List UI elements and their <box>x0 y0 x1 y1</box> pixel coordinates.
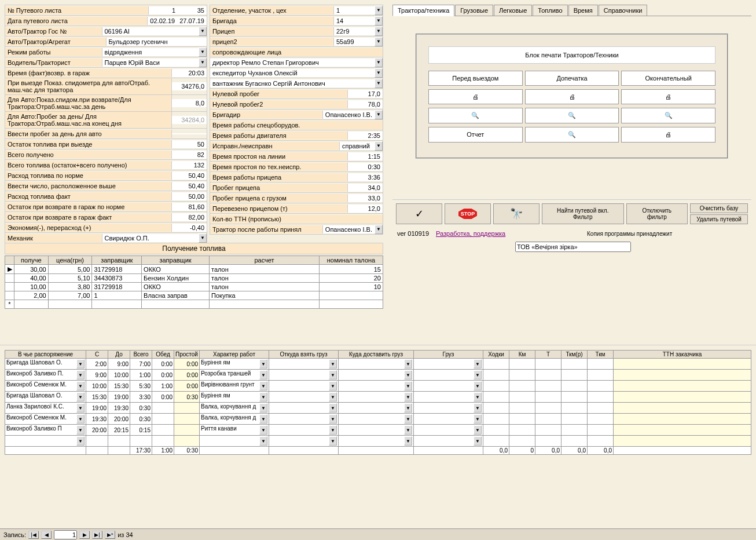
mechanic-value[interactable]: Свиридюк О.П. <box>102 234 199 242</box>
state-time-[interactable]: 3:36 <box>348 173 383 181</box>
print-extra-btn[interactable]: 🖨 <box>525 89 619 104</box>
fuel-fact-value[interactable]: 50,00 <box>172 192 207 200</box>
escort-3[interactable]: вантажник Бугаєнко Сергій Антонович <box>210 79 375 87</box>
dropdown-icon[interactable]: ▼ <box>474 436 482 446</box>
waybill-no-2[interactable]: 35 <box>178 6 207 14</box>
record-pos[interactable] <box>54 530 77 539</box>
dropdown-icon[interactable]: ▼ <box>474 381 482 391</box>
trailer-run-load-value[interactable]: 33,0 <box>348 194 383 202</box>
dropdown-icon[interactable]: ▼ <box>474 359 482 368</box>
dropdown-icon[interactable]: ▼ <box>329 425 337 435</box>
dropdown-icon[interactable]: ▼ <box>375 58 383 67</box>
tab-refs[interactable]: Справочники <box>599 5 648 16</box>
delete-waybill-button[interactable]: Удалить путевой <box>690 214 748 224</box>
report-preview-btn[interactable]: 🔍 <box>525 127 619 143</box>
enter-above-value[interactable]: 50,40 <box>172 182 207 190</box>
return-time-value[interactable]: 20:03 <box>172 69 207 77</box>
dropdown-icon[interactable]: ▼ <box>76 359 85 368</box>
dropdown-icon[interactable]: ▼ <box>329 392 337 402</box>
dropdown-icon[interactable]: ▼ <box>474 414 482 424</box>
dropdown-icon[interactable]: ▼ <box>329 359 337 368</box>
tab-cars[interactable]: Легковые <box>494 5 532 16</box>
dropdown-icon[interactable]: ▼ <box>404 436 412 446</box>
dropdown-icon[interactable]: ▼ <box>474 370 482 380</box>
odo-out-value[interactable]: 34276,0 <box>172 82 207 90</box>
dropdown-icon[interactable]: ▼ <box>375 68 383 78</box>
dropdown-icon[interactable]: ▼ <box>404 414 412 424</box>
dropdown-icon[interactable]: ▼ <box>259 381 267 391</box>
dropdown-icon[interactable]: ▼ <box>375 110 383 119</box>
dropdown-icon[interactable]: ▼ <box>199 48 207 57</box>
dropdown-icon[interactable]: ▼ <box>375 225 383 234</box>
zero-run-value[interactable]: 17,0 <box>348 90 383 98</box>
dropdown-icon[interactable]: ▼ <box>375 79 383 88</box>
condition-value[interactable]: справний <box>340 142 375 150</box>
brigadir-value[interactable]: Опанасенко І.В. <box>323 111 375 119</box>
received-by-value[interactable]: Опанасенко І.В. <box>323 225 375 233</box>
stop-button[interactable]: STOP <box>445 203 491 224</box>
dropdown-icon[interactable]: ▼ <box>404 425 412 435</box>
preview-before-btn[interactable]: 🔍 <box>428 108 523 123</box>
print-before-btn[interactable]: 🖨 <box>428 89 523 104</box>
dropdown-icon[interactable]: ▼ <box>76 436 85 446</box>
dropdown-icon[interactable]: ▼ <box>474 403 482 413</box>
clear-db-button[interactable]: Очистить базу <box>690 203 748 213</box>
dropdown-icon[interactable]: ▼ <box>329 436 337 446</box>
dropdown-icon[interactable]: ▼ <box>375 27 383 36</box>
nav-new[interactable]: ▶* <box>105 531 115 539</box>
waybill-no-1[interactable]: 1 <box>149 6 178 14</box>
dropdown-icon[interactable]: ▼ <box>76 414 85 424</box>
dropdown-icon[interactable]: ▼ <box>404 370 412 380</box>
dropdown-icon[interactable]: ▼ <box>199 233 207 243</box>
dropdown-icon[interactable]: ▼ <box>199 27 207 36</box>
dropdown-icon[interactable]: ▼ <box>404 392 412 402</box>
dropdown-icon[interactable]: ▼ <box>76 392 85 402</box>
preview-extra-btn[interactable]: 🔍 <box>525 108 619 123</box>
disable-filter-button[interactable]: Отключить фильтр <box>626 203 688 224</box>
fuel-recv-value[interactable]: 82 <box>172 151 207 159</box>
dropdown-icon[interactable]: ▼ <box>76 370 85 380</box>
tab-time[interactable]: Время <box>568 5 598 16</box>
nav-first[interactable]: |◀ <box>28 531 39 539</box>
dropdown-icon[interactable]: ▼ <box>259 403 267 413</box>
dropdown-icon[interactable]: ▼ <box>259 436 267 446</box>
dropdown-icon[interactable]: ▼ <box>329 403 337 413</box>
dropdown-icon[interactable]: ▼ <box>329 370 337 380</box>
mode-value[interactable]: відрядження <box>102 48 199 56</box>
dropdown-icon[interactable]: ▼ <box>259 359 267 368</box>
gosno-value[interactable]: 06196 AI <box>102 27 199 35</box>
dropdown-icon[interactable]: ▼ <box>404 403 412 413</box>
nav-last[interactable]: ▶| <box>92 531 102 539</box>
ok-button[interactable]: ✓ <box>396 203 442 224</box>
find-waybill-button[interactable]: Найти путевой вкл. Фильтр <box>542 203 624 224</box>
tab-tractors[interactable]: Трактора/техника <box>392 5 454 16</box>
dropdown-icon[interactable]: ▼ <box>76 381 85 391</box>
dept-value[interactable]: 1 <box>334 6 375 14</box>
idle-tech-value[interactable]: 0:30 <box>348 163 383 171</box>
date-2[interactable]: 27.07.19 <box>177 17 207 25</box>
trailer-tons-value[interactable]: 12,0 <box>348 205 383 213</box>
trailer-run-value[interactable]: 34,0 <box>348 184 383 192</box>
dropdown-icon[interactable]: ▼ <box>259 392 267 402</box>
tab-trucks[interactable]: Грузовые <box>455 5 493 16</box>
trailer2-value[interactable]: 55а99 <box>334 38 375 46</box>
enter-run-value[interactable] <box>172 133 207 134</box>
report-print-btn[interactable]: 🖨 <box>621 127 715 143</box>
dropdown-icon[interactable]: ▼ <box>199 58 207 67</box>
dropdown-icon[interactable]: ▼ <box>375 16 383 25</box>
dropdown-icon[interactable]: ▼ <box>375 6 383 15</box>
driver-value[interactable]: Парцев Юрій Васи <box>102 59 199 67</box>
escort-1[interactable]: директор Ремло Степан Григорович <box>210 59 375 67</box>
dropdown-icon[interactable]: ▼ <box>329 414 337 424</box>
dropdown-icon[interactable]: ▼ <box>375 141 383 151</box>
print-final-btn[interactable]: 🖨 <box>621 89 715 104</box>
dropdown-icon[interactable]: ▼ <box>375 37 383 46</box>
trailer-value[interactable]: 22г9 <box>334 27 375 35</box>
dropdown-icon[interactable]: ▼ <box>404 381 412 391</box>
tab-fuel[interactable]: Топливо <box>533 5 567 16</box>
odo-ret-value[interactable]: 8,0 <box>172 99 207 107</box>
date-1[interactable]: 02.02.19 <box>148 17 177 25</box>
dropdown-icon[interactable]: ▼ <box>474 392 482 402</box>
dropdown-icon[interactable]: ▼ <box>76 425 85 435</box>
zero-run2-value[interactable]: 78,0 <box>348 100 383 108</box>
